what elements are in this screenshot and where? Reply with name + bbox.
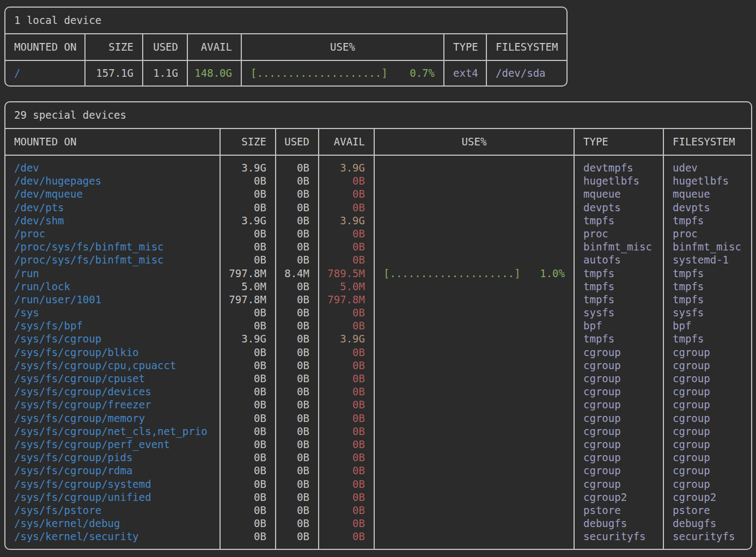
cell-type: tmpfs (575, 293, 663, 306)
column-avail: 3.9G0B0B0B3.9G0B0B0B789.5M5.0M797.8M0B0B… (319, 156, 375, 549)
cell-size: 0B (221, 253, 275, 266)
cell-fs: sysfs (664, 306, 751, 319)
cell-fs: tmpfs (664, 332, 751, 345)
cell-avail: 0B (319, 359, 374, 372)
cell-type: cgroup (575, 359, 663, 372)
cell-size: 0B (221, 240, 275, 253)
cell-bar (375, 517, 574, 530)
cell-used: 0B (276, 201, 318, 214)
cell-avail: 0B (319, 517, 374, 530)
cell-used: 0B (276, 346, 318, 359)
cell-size: 0B (221, 306, 275, 319)
cell-type: cgroup2 (575, 491, 663, 504)
cell-bar (375, 187, 574, 200)
cell-used: 0B (276, 319, 318, 332)
cell-bar (375, 451, 574, 464)
cell-used: 0B (276, 412, 318, 425)
column-header-fs: FILESYSTEM (664, 129, 751, 155)
table-header: MOUNTED ONSIZEUSEDAVAILUSE%TYPEFILESYSTE… (5, 129, 751, 156)
cell-mount: /sys/fs/cgroup/blkio (5, 346, 220, 359)
cell-mount: /sys/fs/cgroup/devices (5, 385, 220, 398)
cell-used: 0B (276, 332, 318, 345)
usage-bar: [....................] (383, 267, 521, 280)
cell-fs: cgroup (664, 464, 751, 477)
cell-bar: [....................]0.7% (242, 66, 443, 79)
cell-mount: /run (5, 267, 220, 280)
cell-type: tmpfs (575, 280, 663, 293)
special-devices-table: 29 special devices MOUNTED ONSIZEUSEDAVA… (4, 101, 752, 550)
column-size: 157.1G (86, 61, 143, 85)
cell-avail: 148.0G (188, 66, 241, 79)
column-header-type: TYPE (575, 129, 664, 155)
cell-type: devpts (575, 201, 663, 214)
cell-mount: /sys/kernel/debug (5, 517, 220, 530)
cell-size: 0B (221, 517, 275, 530)
cell-used: 0B (276, 280, 318, 293)
cell-mount: /sys/fs/cgroup/systemd (5, 478, 220, 491)
cell-size: 5.0M (221, 280, 275, 293)
cell-type: sysfs (575, 306, 663, 319)
cell-avail: 797.8M (319, 293, 374, 306)
cell-bar (375, 412, 574, 425)
cell-used: 0B (276, 530, 318, 543)
cell-avail: 0B (319, 530, 374, 543)
cell-bar (375, 240, 574, 253)
cell-used: 0B (276, 227, 318, 240)
cell-mount: /dev (5, 161, 220, 174)
table-header: MOUNTED ONSIZEUSEDAVAILUSE%TYPEFILESYSTE… (5, 34, 566, 61)
cell-bar (375, 504, 574, 517)
cell-type: devtmpfs (575, 161, 663, 174)
cell-avail: 5.0M (319, 280, 374, 293)
cell-size: 0B (221, 530, 275, 543)
cell-size: 3.9G (221, 161, 275, 174)
cell-type: cgroup (575, 451, 663, 464)
cell-bar (375, 425, 574, 438)
cell-bar (375, 319, 574, 332)
cell-type: cgroup (575, 346, 663, 359)
table-body: /157.1G1.1G148.0G[....................]0… (5, 61, 566, 85)
cell-fs: cgroup (664, 451, 751, 464)
usage-bar: [....................] (251, 66, 388, 79)
cell-fs: hugetlbfs (664, 174, 751, 187)
cell-avail: 3.9G (319, 214, 374, 227)
cell-size: 0B (221, 412, 275, 425)
cell-bar (375, 530, 574, 543)
column-header-size: SIZE (221, 129, 276, 155)
column-fs: /dev/sda (487, 61, 566, 85)
cell-bar (375, 280, 574, 293)
column-header-avail: AVAIL (188, 34, 242, 60)
cell-bar (375, 214, 574, 227)
cell-used: 0B (276, 478, 318, 491)
cell-avail: 789.5M (319, 267, 374, 280)
cell-mount: /sys/fs/cgroup/rdma (5, 464, 220, 477)
cell-used: 8.4M (276, 267, 318, 280)
cell-bar (375, 385, 574, 398)
cell-avail: 0B (319, 201, 374, 214)
column-header-mount: MOUNTED ON (5, 34, 86, 60)
cell-avail: 0B (319, 478, 374, 491)
cell-avail: 0B (319, 398, 374, 411)
column-fs: udevhugetlbfsmqueuedevptstmpfsprocbinfmt… (664, 156, 751, 549)
cell-type: binfmt_misc (575, 240, 663, 253)
cell-mount: /proc/sys/fs/binfmt_misc (5, 253, 220, 266)
cell-mount: /run/lock (5, 280, 220, 293)
cell-fs: debugfs (664, 517, 751, 530)
cell-size: 0B (221, 438, 275, 451)
cell-fs: proc (664, 227, 751, 240)
cell-size: 3.9G (221, 214, 275, 227)
cell-bar (375, 346, 574, 359)
cell-used: 0B (276, 491, 318, 504)
column-size: 3.9G0B0B0B3.9G0B0B0B797.8M5.0M797.8M0B0B… (221, 156, 276, 549)
cell-type: pstore (575, 504, 663, 517)
column-header-type: TYPE (444, 34, 487, 60)
cell-type: cgroup (575, 464, 663, 477)
cell-size: 3.9G (221, 332, 275, 345)
cell-fs: devpts (664, 201, 751, 214)
cell-mount: / (5, 66, 84, 79)
cell-size: 0B (221, 398, 275, 411)
column-header-bar: USE% (242, 34, 444, 60)
cell-size: 0B (221, 174, 275, 187)
cell-bar (375, 201, 574, 214)
cell-size: 797.8M (221, 267, 275, 280)
cell-type: tmpfs (575, 214, 663, 227)
